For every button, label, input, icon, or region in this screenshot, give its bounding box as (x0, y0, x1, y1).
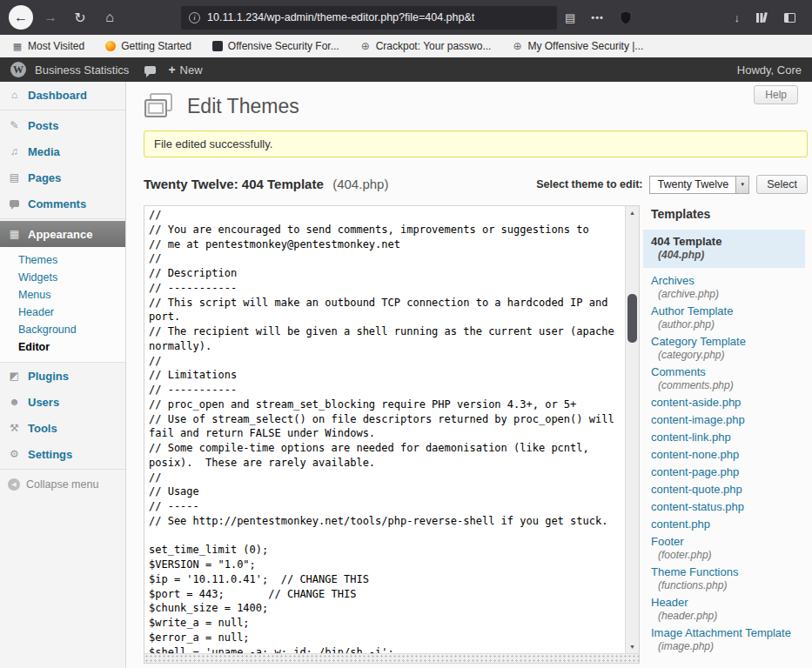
submenu-item-header[interactable]: Header (0, 304, 125, 321)
select-theme-button[interactable]: Select (756, 175, 808, 194)
collapse-menu-button[interactable]: ◀ Collapse menu (0, 478, 125, 491)
new-content-button[interactable]: + New (168, 63, 202, 77)
editor-horizontal-scrollbar[interactable] (144, 653, 639, 663)
sidebar-item-dashboard[interactable]: ⌂ Dashboard (0, 82, 125, 108)
main-content: Help Edit Themes File edited successfull… (126, 82, 812, 668)
bookmark-crackpot[interactable]: ⊕ Crackpot: Your passwo... (360, 40, 492, 52)
plugins-icon: ◩ (8, 370, 21, 382)
template-link-image[interactable]: Image Attachment Template (image.php) (651, 625, 809, 653)
sidebar-item-tools[interactable]: ⚒ Tools (0, 415, 125, 441)
file-heading-row: Twenty Twelve: 404 Template (404.php) Se… (144, 175, 809, 194)
sidebar-item-appearance[interactable]: ▦ Appearance (0, 221, 125, 247)
template-link-content[interactable]: content.php (651, 517, 809, 531)
bookmark-offsec-forum[interactable]: Offensive Security For... (212, 40, 339, 52)
users-icon: ☻ (8, 396, 21, 408)
scroll-down-icon[interactable]: ▼ (626, 640, 639, 653)
help-button[interactable]: Help (754, 85, 798, 104)
new-label: New (180, 63, 203, 77)
sidebar-item-pages[interactable]: ▤ Pages (0, 164, 125, 190)
submenu-item-menus[interactable]: Menus (0, 286, 125, 304)
forward-button[interactable]: → (38, 5, 63, 30)
template-link-content-link[interactable]: content-link.php (651, 430, 809, 444)
most-visited-icon: ▦ (12, 41, 23, 51)
template-link-author[interactable]: Author Template (author.php) (651, 304, 809, 331)
sidebar-item-settings[interactable]: ⚙ Settings (0, 441, 125, 467)
bookmark-label: Crackpot: Your passwo... (376, 40, 492, 52)
template-link-content-none[interactable]: content-none.php (651, 447, 809, 462)
site-name-link[interactable]: Business Statistics (35, 63, 143, 77)
sidebar-item-media[interactable]: ♫ Media (0, 138, 125, 164)
select-theme-label: Select theme to edit: (536, 178, 642, 190)
notice-text: File edited successfully. (154, 137, 272, 150)
template-link-category[interactable]: Category Template (category.php) (651, 334, 809, 362)
editor-row: // // You are encouraged to send comment… (144, 205, 809, 664)
download-icon[interactable]: ↓ (735, 11, 741, 24)
scroll-up-icon[interactable]: ▲ (626, 206, 639, 219)
screen: ← → ↻ ⌂ i 10.11.1.234/wp-admin/theme-edi… (0, 0, 812, 668)
template-link-functions[interactable]: Theme Functions (functions.php) (651, 564, 809, 592)
edit-themes-icon (144, 92, 173, 120)
collapse-icon: ◀ (8, 478, 20, 491)
shield-icon[interactable] (620, 11, 632, 24)
page-header: Edit Themes (144, 92, 809, 120)
page-title: Edit Themes (187, 95, 299, 118)
url-text: 10.11.1.234/wp-admin/theme-editor.php?fi… (207, 11, 549, 23)
globe-icon: ⊕ (512, 41, 522, 51)
template-link-404[interactable]: 404 Template (404.php) (643, 230, 805, 268)
editor-vertical-scrollbar[interactable]: ▲ ▼ (625, 206, 639, 653)
template-link-content-status[interactable]: content-status.php (651, 499, 809, 514)
refresh-button[interactable]: ↻ (68, 5, 92, 30)
submenu-item-background[interactable]: Background (0, 321, 125, 338)
submenu-item-editor[interactable]: Editor (0, 338, 125, 356)
submenu-item-widgets[interactable]: Widgets (0, 269, 125, 286)
submenu-item-themes[interactable]: Themes (0, 251, 125, 269)
template-link-header[interactable]: Header (header.php) (651, 595, 809, 623)
template-link-footer[interactable]: Footer (footer.php) (651, 534, 809, 562)
site-info-icon[interactable]: i (189, 12, 200, 23)
sidebar-separator (0, 218, 125, 219)
comments-adminbar-icon[interactable] (144, 66, 156, 74)
theme-picker: Select theme to edit: Twenty Twelve ▼ Se… (536, 175, 808, 194)
theme-select[interactable]: Twenty Twelve ▼ (649, 176, 749, 194)
sidebar-item-users[interactable]: ☻ Users (0, 389, 125, 415)
template-link-content-quote[interactable]: content-quote.php (651, 482, 809, 497)
sidebar-item-plugins[interactable]: ◩ Plugins (0, 363, 125, 389)
sidebar-item-comments[interactable]: Comments (0, 190, 125, 217)
scrollbar-thumb[interactable] (627, 294, 637, 343)
back-icon: ← (14, 10, 28, 25)
page-actions-icon[interactable]: ••• (591, 12, 604, 23)
pages-icon: ▤ (8, 171, 21, 184)
posts-icon: ✎ (8, 119, 21, 131)
sidebar-toggle-icon[interactable] (784, 13, 795, 23)
back-button[interactable]: ← (9, 5, 33, 30)
template-link-content-aside[interactable]: content-aside.php (651, 395, 809, 410)
plus-icon: + (168, 63, 175, 77)
home-button[interactable]: ⌂ (97, 5, 122, 30)
template-link-comments[interactable]: Comments (comments.php) (651, 364, 809, 392)
bookmark-getting-started[interactable]: Getting Started (105, 40, 191, 52)
sidebar-item-posts[interactable]: ✎ Posts (0, 112, 125, 138)
reader-mode-icon[interactable]: ▤ (565, 11, 575, 24)
library-icon[interactable] (755, 12, 768, 23)
media-icon: ♫ (8, 145, 21, 157)
template-link-content-page[interactable]: content-page.php (651, 464, 809, 479)
template-link-content-image[interactable]: content-image.php (651, 412, 809, 427)
settings-icon: ⚙ (8, 448, 21, 460)
file-name: (404.php) (332, 177, 388, 191)
bookmark-most-visited[interactable]: ▦ Most Visited (12, 40, 84, 52)
bookmark-my-offsec[interactable]: ⊕ My Offensive Security |... (512, 40, 643, 52)
forward-icon: → (44, 10, 57, 25)
url-bar[interactable]: i 10.11.1.234/wp-admin/theme-editor.php?… (181, 6, 557, 30)
globe-icon: ⊕ (360, 41, 371, 51)
wordpress-logo-icon[interactable]: W (10, 62, 26, 77)
code-textarea[interactable]: // // You are encouraged to send comment… (144, 206, 625, 653)
template-link-archives[interactable]: Archives (archive.php) (651, 273, 809, 301)
editor-body: // // You are encouraged to send comment… (144, 206, 639, 653)
browser-toolbar: ← → ↻ ⌂ i 10.11.1.234/wp-admin/theme-edi… (0, 0, 812, 35)
appearance-submenu: Themes Widgets Menus Header Background E… (0, 247, 125, 363)
scrollbar-track[interactable] (626, 219, 639, 640)
howdy-account-link[interactable]: Howdy, Core (737, 63, 802, 77)
bookmark-label: Most Visited (28, 40, 84, 52)
templates-panel: Templates 404 Template (404.php) Archive… (643, 205, 809, 664)
comments-icon (8, 197, 21, 210)
